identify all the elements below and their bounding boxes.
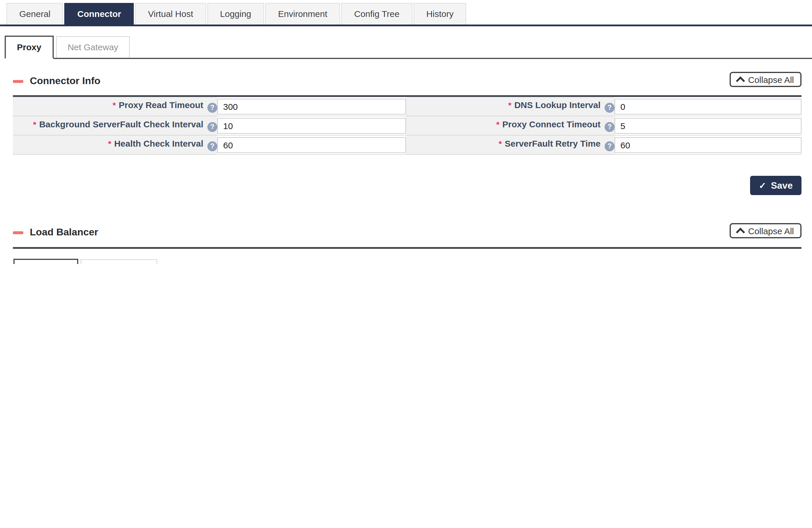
field-label: ServerFault Retry Time xyxy=(505,138,600,148)
form-row: *Health Check Interval? *ServerFault Ret… xyxy=(13,135,801,155)
tab-virtual-host[interactable]: Virtual Host xyxy=(135,3,206,25)
required-asterisk: * xyxy=(508,101,511,110)
dns-lookup-interval-label-cell: *DNS Lookup Interval? xyxy=(406,96,614,116)
background-serverfault-check-interval-label-cell: *Background ServerFault Check Interval? xyxy=(13,116,217,135)
connector-info-header: Connector Info Collapse All xyxy=(13,72,801,90)
main-content: Connector Info Collapse All *Proxy Read … xyxy=(0,72,812,264)
health-check-interval-label-cell: *Health Check Interval? xyxy=(13,135,217,155)
form-row: *Background ServerFault Check Interval? … xyxy=(13,116,801,135)
background-serverfault-check-interval-input[interactable] xyxy=(217,118,406,133)
section-divider xyxy=(13,247,801,249)
collapse-dash-icon[interactable] xyxy=(13,231,23,234)
proxy-read-timeout-label-cell: *Proxy Read Timeout? xyxy=(13,96,217,116)
chevron-up-icon xyxy=(736,76,745,85)
save-label: Save xyxy=(771,180,793,191)
field-label: DNS Lookup Interval xyxy=(514,100,600,110)
tab-environment[interactable]: Environment xyxy=(265,3,340,25)
collapse-all-label: Collapse All xyxy=(748,226,794,236)
proxy-read-timeout-input[interactable] xyxy=(217,99,406,114)
help-icon[interactable]: ? xyxy=(207,103,217,113)
tab-connector[interactable]: Connector xyxy=(64,3,134,25)
health-check-interval-input[interactable] xyxy=(217,137,406,153)
help-icon[interactable]: ? xyxy=(605,141,614,151)
tab-history[interactable]: History xyxy=(414,3,466,25)
field-label: Proxy Connect Timeout xyxy=(503,119,600,129)
help-icon[interactable]: ? xyxy=(605,122,614,132)
connector-sub-tab-bar: Proxy Net Gateway xyxy=(5,35,812,59)
tab-config-tree[interactable]: Config Tree xyxy=(342,3,412,25)
help-icon[interactable]: ? xyxy=(605,103,614,113)
connector-info-save-button[interactable]: ✓ Save xyxy=(750,176,801,195)
help-icon[interactable]: ? xyxy=(207,122,217,132)
required-asterisk: * xyxy=(108,139,111,148)
tab-logging[interactable]: Logging xyxy=(207,3,264,25)
load-balancer-header: Load Balancer Collapse All xyxy=(13,223,801,242)
connector-info-title: Connector Info xyxy=(30,75,101,87)
required-asterisk: * xyxy=(498,139,502,148)
check-icon: ✓ xyxy=(759,180,766,191)
required-asterisk: * xyxy=(33,120,36,129)
dns-lookup-interval-input[interactable] xyxy=(614,99,801,114)
connector-info-collapse-all-button[interactable]: Collapse All xyxy=(729,72,801,87)
page: General Connector Virtual Host Logging E… xyxy=(0,0,812,264)
collapse-all-label: Collapse All xyxy=(748,74,794,84)
required-asterisk: * xyxy=(113,101,116,110)
tab-configuration[interactable]: Configuration xyxy=(80,259,157,264)
help-icon[interactable]: ? xyxy=(207,141,217,151)
load-balancer-collapse-all-button[interactable]: Collapse All xyxy=(729,223,801,238)
chevron-up-icon xyxy=(736,227,745,236)
required-asterisk: * xyxy=(496,120,499,129)
field-label: Proxy Read Timeout xyxy=(119,100,203,110)
load-balancer-title: Load Balancer xyxy=(30,226,98,238)
tab-general[interactable]: General xyxy=(6,3,63,25)
serverfault-retry-time-input[interactable] xyxy=(614,137,801,153)
tab-proxy[interactable]: Proxy xyxy=(5,35,54,59)
proxy-connect-timeout-label-cell: *Proxy Connect Timeout? xyxy=(406,116,614,135)
tab-net-gateway[interactable]: Net Gateway xyxy=(56,36,130,58)
tab-overview[interactable]: Overview xyxy=(13,259,78,264)
field-label: Background ServerFault Check Interval xyxy=(39,119,203,129)
main-tab-bar: General Connector Virtual Host Logging E… xyxy=(0,0,812,26)
field-label: Health Check Interval xyxy=(114,138,203,148)
serverfault-retry-time-label-cell: *ServerFault Retry Time? xyxy=(406,135,614,155)
proxy-connect-timeout-input[interactable] xyxy=(614,118,801,133)
form-row: *Proxy Read Timeout? *DNS Lookup Interva… xyxy=(13,96,801,116)
load-balancer-tab-bar: Overview Configuration xyxy=(13,259,801,264)
connector-info-form: *Proxy Read Timeout? *DNS Lookup Interva… xyxy=(13,95,801,155)
collapse-dash-icon[interactable] xyxy=(13,80,23,83)
